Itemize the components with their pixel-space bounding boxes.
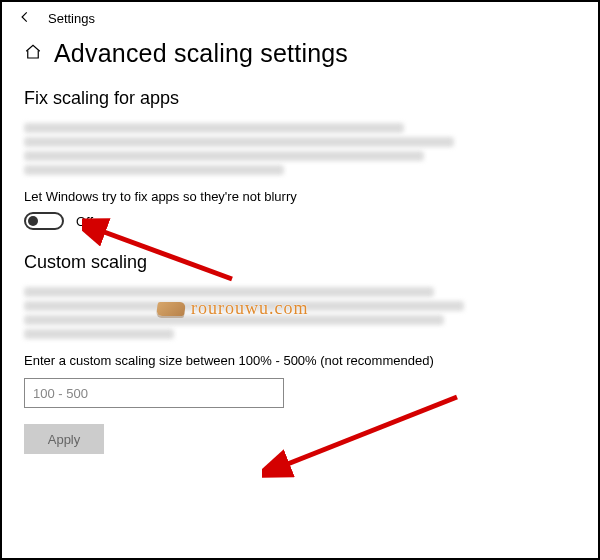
- custom-input-label: Enter a custom scaling size between 100%…: [24, 353, 576, 368]
- page-title: Advanced scaling settings: [54, 39, 348, 68]
- fix-blurry-toggle[interactable]: [24, 212, 64, 230]
- custom-description-blurred: [24, 287, 576, 339]
- custom-scale-input[interactable]: [24, 378, 284, 408]
- back-button[interactable]: [18, 10, 32, 27]
- app-title: Settings: [48, 11, 95, 26]
- apply-button[interactable]: Apply: [24, 424, 104, 454]
- home-icon: [24, 43, 42, 65]
- fix-toggle-label: Let Windows try to fix apps so they're n…: [24, 189, 576, 204]
- fix-description-blurred: [24, 123, 576, 175]
- fix-scaling-heading: Fix scaling for apps: [24, 88, 576, 109]
- custom-scaling-heading: Custom scaling: [24, 252, 576, 273]
- fix-toggle-state: Off: [76, 214, 93, 229]
